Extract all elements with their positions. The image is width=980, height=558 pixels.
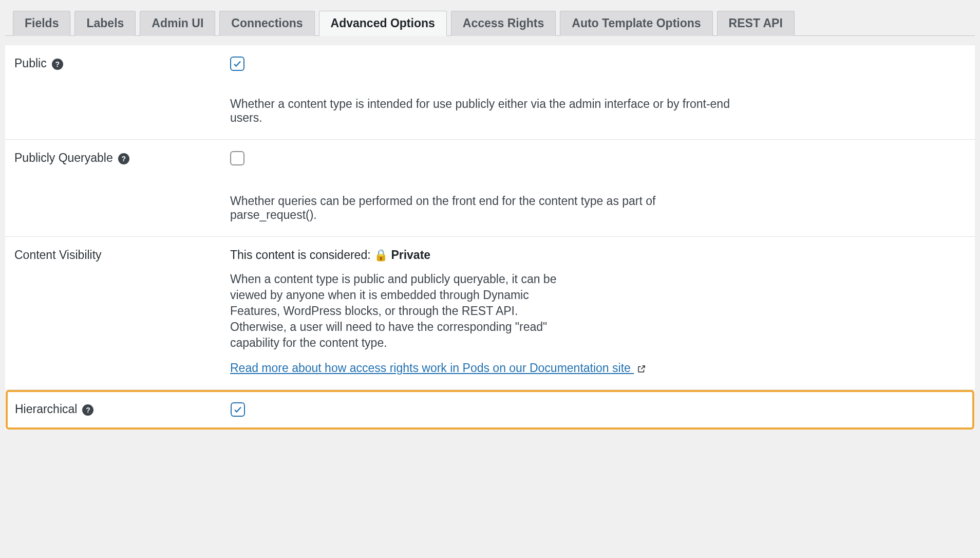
setting-row-hierarchical: Hierarchical ? (6, 390, 974, 430)
tab-access-rights[interactable]: Access Rights (451, 11, 556, 36)
value-col (231, 402, 965, 417)
tab-admin-ui[interactable]: Admin UI (140, 11, 215, 36)
value-col: This content is considered: 🔒 Private Wh… (230, 248, 966, 375)
label-col: Content Visibility (14, 248, 230, 375)
label-col: Hierarchical ? (15, 402, 231, 417)
access-rights-docs-link[interactable]: Read more about how access rights work i… (230, 361, 646, 375)
settings-panel: Public ? Whether a content type is inten… (5, 45, 975, 430)
tab-rest-api[interactable]: REST API (717, 11, 795, 36)
help-icon[interactable]: ? (52, 59, 63, 70)
setting-row-publicly-queryable: Publicly Queryable ? Whether queries can… (5, 140, 975, 237)
public-description: Whether a content type is intended for u… (230, 97, 733, 125)
status-value: Private (391, 248, 430, 262)
setting-row-content-visibility: Content Visibility This content is consi… (5, 237, 975, 390)
label-col: Public ? (14, 57, 230, 125)
public-checkbox[interactable] (230, 57, 244, 71)
tab-auto-template-options[interactable]: Auto Template Options (560, 11, 712, 36)
content-visibility-body: When a content type is public and public… (230, 271, 559, 351)
hierarchical-label: Hierarchical (15, 402, 77, 416)
value-col: Whether a content type is intended for u… (230, 57, 966, 125)
tabs-container: FieldsLabelsAdmin UIConnectionsAdvanced … (5, 10, 975, 36)
help-icon[interactable]: ? (82, 404, 93, 416)
publicly-queryable-checkbox[interactable] (230, 151, 244, 165)
content-visibility-status: This content is considered: 🔒 Private (230, 248, 966, 262)
help-icon[interactable]: ? (118, 153, 129, 164)
check-icon (233, 405, 242, 414)
lock-icon: 🔒 (374, 249, 388, 262)
value-col: Whether queries can be performed on the … (230, 151, 966, 222)
link-text: Read more about how access rights work i… (230, 361, 631, 375)
label-col: Publicly Queryable ? (14, 151, 230, 222)
setting-row-public: Public ? Whether a content type is inten… (5, 45, 975, 140)
content-visibility-label: Content Visibility (14, 248, 102, 262)
tab-labels[interactable]: Labels (74, 11, 136, 36)
public-label: Public (14, 57, 47, 70)
hierarchical-checkbox[interactable] (231, 402, 245, 417)
publicly-queryable-label: Publicly Queryable (14, 151, 113, 165)
check-icon (233, 59, 242, 68)
external-link-icon (637, 364, 646, 374)
tab-connections[interactable]: Connections (219, 11, 314, 36)
tab-advanced-options[interactable]: Advanced Options (319, 11, 447, 36)
status-prefix: This content is considered: (230, 248, 371, 262)
publicly-queryable-description: Whether queries can be performed on the … (230, 194, 733, 222)
tab-fields[interactable]: Fields (13, 11, 70, 36)
